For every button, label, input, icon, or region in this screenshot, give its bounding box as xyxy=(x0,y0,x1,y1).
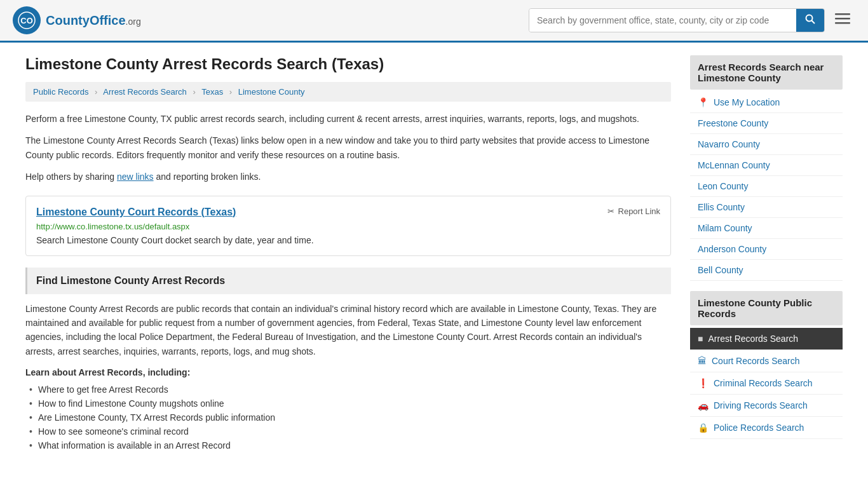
nearby-county-link[interactable]: Navarro County xyxy=(690,134,843,154)
learn-list: Where to get free Arrest RecordsHow to f… xyxy=(25,383,671,452)
logo-area: CO CountyOffice.org xyxy=(13,6,141,34)
record-box: Limestone County Court Records (Texas) ✂… xyxy=(25,196,671,256)
sidebar-records-list: ■Arrest Records Search🏛Court Records Sea… xyxy=(690,328,843,439)
breadcrumb-sep3: › xyxy=(229,87,232,97)
record-link-title[interactable]: Limestone County Court Records (Texas) xyxy=(36,207,236,218)
record-type-icon: 🔒 xyxy=(698,423,709,433)
sidebar: Arrest Records Search near Limestone Cou… xyxy=(690,55,843,452)
sidebar-record-link[interactable]: 🏛Court Records Search xyxy=(690,350,843,372)
record-type-icon: 🚗 xyxy=(698,400,709,410)
learn-title: Learn about Arrest Records, including: xyxy=(25,367,671,377)
learn-list-item: How to find Limestone County mugshots on… xyxy=(25,396,671,410)
intro-paragraph-1: Perform a free Limestone County, TX publ… xyxy=(25,112,671,126)
record-type-label: Police Records Search xyxy=(714,423,804,433)
learn-list-item: Where to get free Arrest Records xyxy=(25,383,671,396)
breadcrumb-public-records[interactable]: Public Records xyxy=(33,87,88,97)
intro-paragraph-2: The Limestone County Arrest Records Sear… xyxy=(25,133,671,162)
record-type-icon: 🏛 xyxy=(698,356,707,366)
svg-rect-6 xyxy=(835,22,850,24)
svg-rect-5 xyxy=(835,18,850,20)
breadcrumb: Public Records › Arrest Records Search ›… xyxy=(25,82,671,102)
intro3-post-text: and reporting broken links. xyxy=(154,172,261,182)
menu-button[interactable] xyxy=(830,10,855,31)
sidebar-record-link[interactable]: ❗Criminal Records Search xyxy=(690,372,843,394)
find-section: Find Limestone County Arrest Records xyxy=(25,268,671,294)
nearby-county-link[interactable]: Anderson County xyxy=(690,239,843,259)
record-type-icon: ■ xyxy=(698,334,703,344)
main-container: Limestone County Arrest Records Search (… xyxy=(0,43,868,465)
find-text: Limestone County Arrest Records are publ… xyxy=(25,302,671,359)
intro-paragraph-3: Help others by sharing new links and rep… xyxy=(25,170,671,184)
search-area xyxy=(529,8,855,32)
logo-icon: CO xyxy=(13,6,41,34)
record-type-label: Court Records Search xyxy=(712,356,800,366)
nearby-county-link[interactable]: Freestone County xyxy=(690,113,843,133)
learn-list-item: Are Limestone County, TX Arrest Records … xyxy=(25,410,671,424)
scissors-icon: ✂ xyxy=(607,207,614,216)
record-type-label: Driving Records Search xyxy=(714,400,808,410)
svg-rect-4 xyxy=(835,13,850,15)
breadcrumb-limestone[interactable]: Limestone County xyxy=(238,87,305,97)
search-input[interactable] xyxy=(529,9,796,32)
breadcrumb-texas[interactable]: Texas xyxy=(201,87,223,97)
intro3-pre-text: Help others by sharing xyxy=(25,172,117,182)
sidebar-record-link[interactable]: 🚗Driving Records Search xyxy=(690,395,843,416)
breadcrumb-sep1: › xyxy=(95,87,97,97)
record-url: http://www.co.limestone.tx.us/default.as… xyxy=(36,222,660,231)
svg-text:CO: CO xyxy=(20,16,33,25)
learn-list-item: How to see someone's criminal record xyxy=(25,424,671,438)
nearby-county-link[interactable]: Milam County xyxy=(690,218,843,238)
search-bar xyxy=(529,8,825,32)
record-type-icon: ❗ xyxy=(698,378,709,388)
sidebar-record-link[interactable]: ■Arrest Records Search xyxy=(690,328,843,349)
find-section-title: Find Limestone County Arrest Records xyxy=(36,275,662,287)
sidebar-nearby-title: Arrest Records Search near Limestone Cou… xyxy=(690,55,843,90)
breadcrumb-arrest-records[interactable]: Arrest Records Search xyxy=(103,87,187,97)
logo-text: CountyOffice.org xyxy=(46,13,141,28)
report-link-label: Report Link xyxy=(618,207,660,216)
nearby-county-link[interactable]: Leon County xyxy=(690,176,843,196)
nearby-county-link[interactable]: Bell County xyxy=(690,260,843,280)
nearby-county-link[interactable]: McLennan County xyxy=(690,155,843,175)
record-type-label: Criminal Records Search xyxy=(714,378,813,388)
breadcrumb-sep2: › xyxy=(193,87,195,97)
sidebar-nearby-links: 📍Use My LocationFreestone CountyNavarro … xyxy=(690,92,843,281)
record-desc: Search Limestone County Court docket sea… xyxy=(36,235,660,245)
record-type-label: Arrest Records Search xyxy=(708,334,798,344)
content-area: Limestone County Arrest Records Search (… xyxy=(25,55,671,452)
learn-list-item: What information is available in an Arre… xyxy=(25,438,671,452)
use-my-location-link[interactable]: 📍Use My Location xyxy=(690,92,843,112)
sidebar-record-link[interactable]: 🔒Police Records Search xyxy=(690,417,843,438)
search-button[interactable] xyxy=(796,9,824,32)
page-title: Limestone County Arrest Records Search (… xyxy=(25,55,671,73)
site-header: CO CountyOffice.org xyxy=(0,0,868,43)
location-pin-icon: 📍 xyxy=(698,97,709,107)
nearby-county-link[interactable]: Ellis County xyxy=(690,197,843,217)
sidebar-public-records-title: Limestone County Public Records xyxy=(690,291,843,325)
svg-line-3 xyxy=(811,20,815,24)
report-link-button[interactable]: ✂ Report Link xyxy=(607,207,660,216)
record-box-header: Limestone County Court Records (Texas) ✂… xyxy=(36,207,660,218)
new-links-link[interactable]: new links xyxy=(117,172,154,182)
